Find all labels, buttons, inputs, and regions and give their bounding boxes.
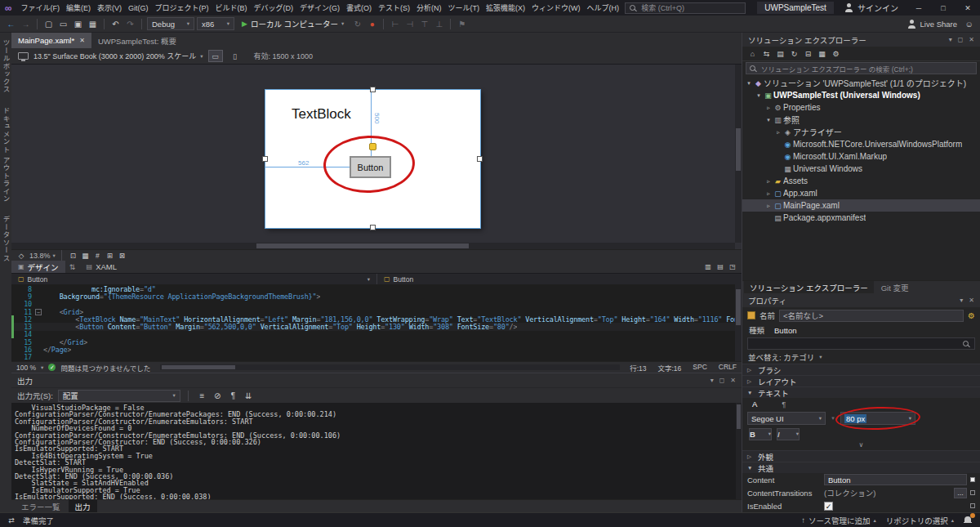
designer-horizontal-scrollbar[interactable] xyxy=(11,243,735,249)
fold-marker[interactable]: − xyxy=(35,309,42,315)
zoom-dropdown[interactable]: 13.8% ▾ xyxy=(29,252,56,260)
code-line[interactable]: 8 mc:Ignorable="d" xyxy=(11,285,742,293)
close-panel-icon[interactable]: ✕ xyxy=(730,377,736,384)
design-pane-tab[interactable]: ▣ デザイン xyxy=(11,261,65,273)
section-appearance[interactable]: ▷ 外観 xyxy=(742,450,980,462)
word-wrap-icon[interactable]: ¶ xyxy=(227,391,239,400)
minimize-button[interactable]: ─ xyxy=(906,0,931,16)
find-message-icon[interactable]: ≡ xyxy=(196,391,208,400)
bold-button[interactable]: B ▾ xyxy=(749,428,772,440)
menu-item[interactable]: 拡張機能(X) xyxy=(483,2,528,14)
menu-item[interactable]: ファイル(F) xyxy=(18,2,64,14)
navigate-back-icon[interactable]: ← xyxy=(5,20,17,29)
design-breadcrumb[interactable]: ▢ Button ▾ xyxy=(11,274,376,284)
close-panel-icon[interactable]: ✕ xyxy=(969,297,974,304)
section-text[interactable]: ▼ テキスト xyxy=(742,386,980,398)
close-panel-icon[interactable]: ✕ xyxy=(969,36,974,43)
bookmark-icon[interactable]: ⚑ xyxy=(456,20,468,29)
tree-item[interactable]: ▹▰Assets xyxy=(742,175,980,187)
menu-item[interactable]: 表示(V) xyxy=(94,2,125,14)
select-repository-button[interactable]: リポジトリの選択 ▴ xyxy=(886,515,954,526)
menu-item[interactable]: 編集(E) xyxy=(63,2,94,14)
resize-handle-left[interactable] xyxy=(262,156,268,162)
paragraph-tab[interactable]: ¶ xyxy=(782,400,786,410)
designer-vertical-scrollbar[interactable] xyxy=(735,65,742,243)
feedback-icon[interactable]: ☺ xyxy=(963,20,975,29)
horizontal-split-icon[interactable]: ▤ xyxy=(715,263,725,270)
close-button[interactable]: ✕ xyxy=(956,0,980,16)
start-debugging-button[interactable]: ▶ ローカル コンピューター ▾ xyxy=(237,18,349,29)
properties-search-box[interactable] xyxy=(747,337,975,350)
tree-item[interactable]: ▹⚙Properties xyxy=(742,101,980,114)
code-line[interactable]: 11− <Grid> xyxy=(11,308,742,315)
resize-handle-bottom[interactable] xyxy=(370,225,376,230)
selection-mode-icon[interactable]: ◇ xyxy=(16,252,26,260)
code-line[interactable]: 13 <Button Content="Button" Margin="562,… xyxy=(11,323,742,330)
code-line[interactable]: 10 xyxy=(11,301,742,308)
chevron-down-icon[interactable]: ▾ xyxy=(960,297,963,304)
align-bottoms-icon[interactable]: ⊥ xyxy=(433,20,445,29)
expander-icon[interactable]: ▹ xyxy=(774,129,782,136)
tree-item[interactable]: ▹▢App.xaml xyxy=(742,187,980,199)
new-file-icon[interactable]: ▢ xyxy=(42,20,55,29)
sign-in-button[interactable]: サインイン xyxy=(836,2,906,14)
pending-changes-filter-icon[interactable]: ▤ xyxy=(775,50,786,58)
snap-to-grid-icon[interactable]: # xyxy=(92,252,103,260)
save-icon[interactable]: ▣ xyxy=(72,20,84,29)
textblock-element[interactable]: TextBlock xyxy=(292,106,351,123)
expander-icon[interactable]: ▾ xyxy=(745,80,753,87)
snap-to-guides-icon[interactable]: ⊠ xyxy=(117,252,127,260)
scrollbar-thumb[interactable] xyxy=(256,243,469,248)
editor-zoom-value[interactable]: 100 % xyxy=(16,364,36,372)
menu-item[interactable]: ツール(T) xyxy=(445,2,483,14)
property-marker[interactable] xyxy=(970,477,975,482)
font-family-dropdown[interactable]: Segoe UI ▾ xyxy=(747,412,826,425)
collection-editor-button[interactable]: ... xyxy=(954,488,967,498)
expander-icon[interactable]: ▹ xyxy=(764,105,773,111)
maximize-button[interactable]: □ xyxy=(931,0,956,16)
scrollbar-thumb[interactable] xyxy=(737,404,741,429)
expander-icon[interactable]: ▾ xyxy=(755,92,763,99)
solution-explorer-search-box[interactable]: ソリューション エクスプローラー の検索 (Ctrl+;) xyxy=(746,62,977,74)
notifications-button[interactable] xyxy=(964,516,973,525)
editor-vertical-scrollbar[interactable] xyxy=(735,284,742,361)
show-guides-icon[interactable]: ⊞ xyxy=(105,252,115,260)
font-tab[interactable]: A xyxy=(752,400,757,410)
expand-pane-icon[interactable]: ◳ xyxy=(728,263,737,270)
menu-item[interactable]: ウィンドウ(W) xyxy=(528,2,584,14)
save-all-icon[interactable]: ▦ xyxy=(87,20,99,29)
code-line[interactable]: 9 Background="{ThemeResource Application… xyxy=(11,293,742,300)
tree-item[interactable]: ▤Package.appxmanifest xyxy=(742,212,980,224)
maximize-panel-icon[interactable]: ◻ xyxy=(958,36,964,43)
tree-item[interactable]: ▾◆ソリューション 'UWPSampleTest' (1/1 のプロジェクト) xyxy=(742,77,980,89)
side-tool-window-tab[interactable]: データソース xyxy=(1,216,11,262)
collapse-all-icon[interactable]: ⊟ xyxy=(803,50,813,58)
tree-item[interactable]: ▾▣UWPSampleTest (Universal Windows) xyxy=(742,89,980,101)
tree-item[interactable]: ▾▥参照 xyxy=(742,114,980,126)
menu-item[interactable]: ヘルプ(H) xyxy=(584,2,623,14)
output-source-dropdown[interactable]: 配置 ▾ xyxy=(58,390,180,402)
output-log[interactable]: VisualStudioPackage = FalseConfiguration… xyxy=(11,403,742,499)
code-line[interactable]: 14 xyxy=(11,331,742,338)
content-input[interactable]: Button xyxy=(824,474,967,485)
vertical-split-icon[interactable]: ▥ xyxy=(703,263,713,270)
undo-icon[interactable]: ↶ xyxy=(109,20,122,29)
resize-handle-top[interactable] xyxy=(370,87,376,92)
show-all-files-icon[interactable]: ▦ xyxy=(817,50,827,58)
side-tool-window-tab[interactable]: ツールボックス xyxy=(1,39,11,94)
menu-item[interactable]: テスト(S) xyxy=(375,2,413,14)
configuration-dropdown[interactable]: Debug ▾ xyxy=(147,17,194,30)
menu-item[interactable]: ビルド(B) xyxy=(212,2,251,14)
tree-item[interactable]: ◉Microsoft.UI.Xaml.Markup xyxy=(742,150,980,163)
output-vertical-scrollbar[interactable] xyxy=(736,403,742,499)
tab-error-list[interactable]: エラー一覧 xyxy=(15,500,67,512)
zoom-fit-icon[interactable]: ⊡ xyxy=(68,252,78,260)
section-common[interactable]: ▼ 共通 xyxy=(742,462,980,473)
hot-reload-icon[interactable]: ● xyxy=(366,20,378,29)
tab-solution-explorer[interactable]: ソリューション エクスプローラー xyxy=(744,281,874,293)
expander-icon[interactable]: ▾ xyxy=(764,117,773,123)
properties-icon[interactable]: ⚙ xyxy=(831,50,841,58)
design-artboard[interactable]: TextBlock 500 562 Button xyxy=(265,90,480,228)
menu-item[interactable]: デザイン(G) xyxy=(296,2,343,14)
add-to-source-control-button[interactable]: ↑ ソース管理に追加 ▴ xyxy=(801,515,876,526)
